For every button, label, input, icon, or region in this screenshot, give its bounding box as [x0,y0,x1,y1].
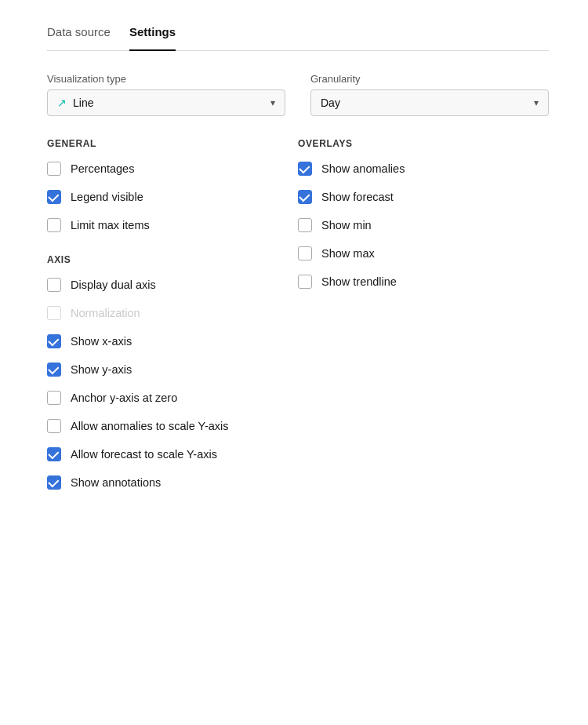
checkbox-show-forecast-box [298,190,312,204]
chevron-down-icon-granularity: ▾ [534,97,539,108]
visualization-label: Visualization type [47,73,285,85]
checkbox-show-x-axis-box [47,334,61,348]
checkbox-show-forecast[interactable]: Show forecast [298,190,549,204]
chevron-down-icon: ▾ [270,97,275,108]
checkbox-show-min[interactable]: Show min [298,218,549,232]
visualization-type-group: Visualization type ↗ Line ▾ [47,73,285,116]
dropdowns-row: Visualization type ↗ Line ▾ Granularity … [47,73,549,116]
checkbox-display-dual-axis-box [47,278,61,292]
checkbox-show-annotations-label: Show annotations [71,476,161,489]
checkbox-legend-visible-box [47,190,61,204]
checkbox-show-min-label: Show min [321,219,372,231]
checkbox-show-max-label: Show max [321,247,375,260]
line-chart-icon: ↗ [57,97,67,109]
granularity-label: Granularity [310,73,549,85]
checkbox-show-max-box [298,246,312,260]
checkbox-allow-anomalies-scale-box [47,419,61,433]
checkbox-percentages-label: Percentages [71,162,134,175]
checkbox-show-anomalies[interactable]: Show anomalies [298,162,549,176]
checkbox-anchor-y-axis-label: Anchor y-axis at zero [71,392,177,404]
checkbox-show-trendline[interactable]: Show trendline [298,275,549,289]
checkbox-limit-max-items[interactable]: Limit max items [47,218,298,232]
checkbox-show-anomalies-box [298,162,312,176]
checkbox-anchor-y-axis-box [47,391,61,405]
checkbox-display-dual-axis-label: Display dual axis [71,279,156,291]
checkbox-show-x-axis[interactable]: Show x-axis [47,334,298,348]
checkbox-show-y-axis-box [47,362,61,377]
checkbox-normalization-label: Normalization [71,307,140,319]
checkbox-allow-forecast-scale-box [47,447,61,461]
checkbox-show-anomalies-label: Show anomalies [321,162,405,175]
checkbox-allow-anomalies-scale-label: Allow anomalies to scale Y-axis [71,420,229,432]
visualization-select-inner: ↗ Line [57,97,93,109]
granularity-select[interactable]: Day ▾ [310,89,549,116]
checkbox-show-min-box [298,218,312,232]
checkbox-allow-anomalies-scale[interactable]: Allow anomalies to scale Y-axis [47,419,298,433]
checkbox-legend-visible-label: Legend visible [71,191,143,203]
visualization-value: Line [73,97,93,109]
checkbox-show-y-axis[interactable]: Show y-axis [47,362,298,377]
granularity-select-inner: Day [321,97,340,109]
granularity-value: Day [321,97,340,109]
left-column: GENERAL Percentages Legend visible Limit… [47,138,298,504]
checkbox-show-trendline-box [298,275,312,289]
checkbox-show-annotations[interactable]: Show annotations [47,475,298,490]
checkbox-show-trendline-label: Show trendline [321,275,397,288]
checkbox-show-y-axis-label: Show y-axis [71,363,132,376]
checkbox-limit-max-items-box [47,218,61,232]
checkbox-show-annotations-box [47,475,61,490]
checkbox-allow-forecast-scale[interactable]: Allow forecast to scale Y-axis [47,447,298,461]
general-heading: GENERAL [47,138,298,149]
granularity-group: Granularity Day ▾ [310,73,549,116]
checkbox-allow-forecast-scale-label: Allow forecast to scale Y-axis [71,448,217,461]
checkbox-normalization[interactable]: Normalization [47,306,298,320]
axis-heading: AXIS [47,254,298,265]
visualization-select[interactable]: ↗ Line ▾ [47,89,285,116]
checkbox-limit-max-items-label: Limit max items [71,219,150,231]
checkbox-show-x-axis-label: Show x-axis [71,335,132,348]
checkbox-anchor-y-axis[interactable]: Anchor y-axis at zero [47,391,298,405]
tab-data-source[interactable]: Data source [47,16,111,51]
tabs-bar: Data source Settings [47,16,549,51]
checkbox-display-dual-axis[interactable]: Display dual axis [47,278,298,292]
right-column: OVERLAYS Show anomalies Show forecast Sh… [298,138,549,504]
tab-settings[interactable]: Settings [129,16,176,51]
checkbox-percentages[interactable]: Percentages [47,162,298,176]
checkbox-percentages-box [47,162,61,176]
settings-columns: GENERAL Percentages Legend visible Limit… [47,138,549,504]
checkbox-legend-visible[interactable]: Legend visible [47,190,298,204]
checkbox-normalization-box [47,306,61,320]
overlays-heading: OVERLAYS [298,138,549,149]
checkbox-show-max[interactable]: Show max [298,246,549,260]
checkbox-show-forecast-label: Show forecast [321,191,394,203]
